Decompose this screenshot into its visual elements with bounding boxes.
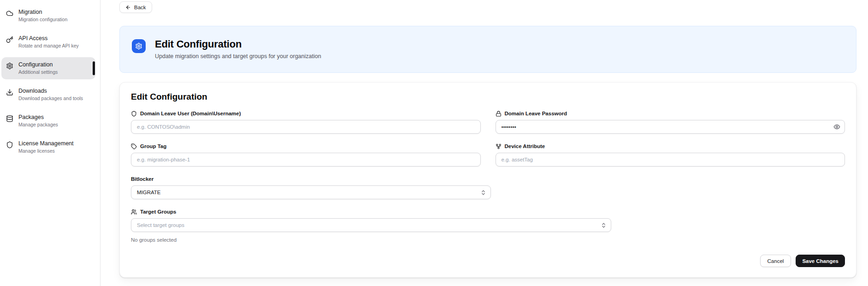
back-button-label: Back bbox=[134, 5, 146, 10]
field-device-attribute: Device Attribute bbox=[496, 143, 845, 167]
sidebar-item-description: Download packages and tools bbox=[18, 95, 83, 101]
field-label: Bitlocker bbox=[131, 176, 491, 182]
arrow-left-icon bbox=[125, 5, 131, 10]
download-icon bbox=[6, 89, 13, 96]
chevrons-up-down-icon bbox=[601, 222, 607, 228]
sidebar-item-description: Rotate and manage API key bbox=[18, 43, 79, 49]
cancel-button[interactable]: Cancel bbox=[760, 255, 791, 267]
field-label: Domain Leave Password bbox=[496, 110, 845, 117]
save-changes-button[interactable]: Save Changes bbox=[796, 255, 845, 267]
lock-icon bbox=[496, 111, 502, 117]
sidebar-item-description: Migration configuration bbox=[18, 17, 67, 23]
form-actions: Cancel Save Changes bbox=[131, 255, 845, 267]
sidebar-item-label: API Access bbox=[18, 35, 79, 42]
sidebar-item-license-management[interactable]: License Management Manage licenses bbox=[1, 136, 95, 158]
group-tag-input[interactable] bbox=[131, 153, 481, 167]
sidebar-item-label: License Management bbox=[18, 140, 74, 147]
target-groups-select[interactable]: Select target groups bbox=[131, 218, 611, 232]
sidebar-item-packages[interactable]: Packages Manage packages bbox=[1, 110, 95, 132]
field-label: Domain Leave User (Domain\Username) bbox=[131, 110, 481, 117]
active-indicator bbox=[93, 61, 95, 75]
toggle-password-visibility-button[interactable] bbox=[833, 124, 840, 131]
back-button[interactable]: Back bbox=[119, 1, 152, 13]
page-subtitle: Update migration settings and target gro… bbox=[155, 53, 321, 60]
bitlocker-select[interactable]: MIGRATE bbox=[131, 185, 491, 199]
field-group-tag: Group Tag bbox=[131, 143, 481, 167]
sidebar-item-label: Downloads bbox=[18, 88, 83, 95]
device-attribute-input[interactable] bbox=[496, 153, 845, 167]
sidebar-item-description: Manage packages bbox=[18, 122, 58, 128]
form-grid: Domain Leave User (Domain\Username) Doma… bbox=[131, 110, 845, 167]
field-target-groups: Target Groups Select target groups bbox=[131, 209, 611, 232]
gear-icon bbox=[132, 39, 146, 53]
sidebar: Migration Migration configuration API Ac… bbox=[0, 0, 100, 286]
field-label: Group Tag bbox=[131, 143, 481, 149]
field-label: Device Attribute bbox=[496, 143, 845, 149]
edit-configuration-banner: Edit Configuration Update migration sett… bbox=[119, 26, 856, 73]
sidebar-item-label: Migration bbox=[18, 9, 67, 16]
field-domain-leave-password: Domain Leave Password bbox=[496, 110, 845, 134]
no-groups-selected-text: No groups selected bbox=[131, 237, 845, 243]
bitlocker-selected-value: MIGRATE bbox=[137, 190, 161, 195]
database-icon bbox=[6, 115, 13, 122]
chevrons-up-down-icon bbox=[480, 190, 486, 196]
sidebar-item-downloads[interactable]: Downloads Download packages and tools bbox=[1, 83, 95, 106]
edit-configuration-card: Edit Configuration Domain Leave User (Do… bbox=[119, 82, 856, 278]
target-groups-placeholder: Select target groups bbox=[137, 222, 184, 228]
git-fork-icon bbox=[496, 143, 502, 149]
sidebar-item-configuration[interactable]: Configuration Additional settings bbox=[1, 57, 95, 79]
users-icon bbox=[131, 209, 137, 215]
gear-icon bbox=[6, 62, 13, 70]
page-title: Edit Configuration bbox=[155, 39, 321, 49]
app-window: Migration Migration configuration API Ac… bbox=[0, 0, 868, 286]
form-title: Edit Configuration bbox=[131, 92, 845, 102]
field-bitlocker: Bitlocker MIGRATE bbox=[131, 176, 491, 199]
cloud-icon bbox=[6, 10, 13, 17]
sidebar-item-migration[interactable]: Migration Migration configuration bbox=[1, 5, 95, 27]
shield-icon bbox=[6, 141, 13, 149]
sidebar-item-description: Manage licenses bbox=[18, 148, 74, 154]
field-domain-leave-user: Domain Leave User (Domain\Username) bbox=[131, 110, 481, 134]
sidebar-item-description: Additional settings bbox=[18, 69, 58, 75]
key-icon bbox=[6, 36, 13, 43]
sidebar-item-label: Packages bbox=[18, 114, 58, 121]
sidebar-item-label: Configuration bbox=[18, 61, 58, 68]
tag-icon bbox=[131, 143, 137, 149]
domain-leave-password-input[interactable] bbox=[496, 120, 845, 134]
sidebar-item-api-access[interactable]: API Access Rotate and manage API key bbox=[1, 31, 95, 53]
eye-icon bbox=[833, 124, 840, 131]
shield-icon bbox=[131, 111, 137, 117]
domain-leave-user-input[interactable] bbox=[131, 120, 481, 134]
main-content: Back Edit Configuration Update migration… bbox=[100, 0, 868, 286]
field-label: Target Groups bbox=[131, 209, 611, 215]
